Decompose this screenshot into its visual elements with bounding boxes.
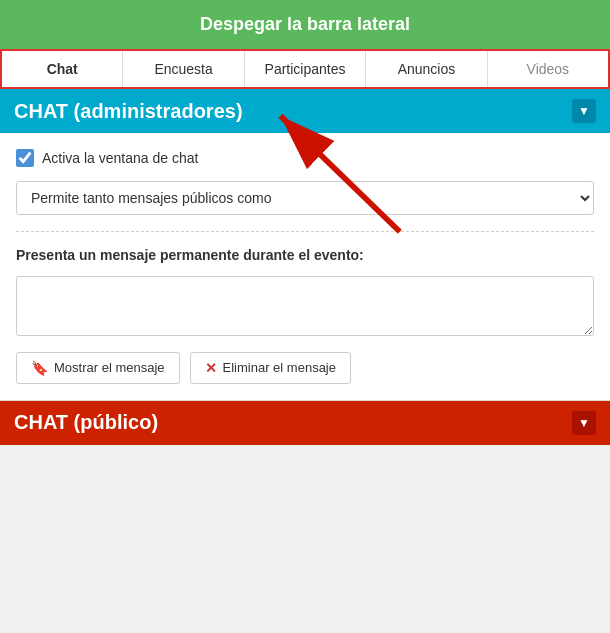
tab-encuesta[interactable]: Encuesta — [123, 51, 244, 87]
public-chat-dropdown[interactable]: ▼ — [572, 411, 596, 435]
activate-chat-row: Activa la ventana de chat — [16, 149, 594, 167]
tab-bar: Chat Encuesta Participantes Anuncios Vid… — [0, 49, 610, 89]
message-type-select[interactable]: Permite tanto mensajes públicos como Sol… — [16, 181, 594, 215]
detach-sidebar-bar: Despegar la barra lateral — [0, 0, 610, 49]
bookmark-icon: 🔖 — [31, 360, 48, 376]
chat-settings-panel: Activa la ventana de chat Permite tanto … — [0, 133, 610, 401]
x-icon: ✕ — [205, 360, 217, 376]
admin-chat-title: CHAT (administradores) — [14, 100, 243, 123]
message-type-row: Permite tanto mensajes públicos como Sol… — [16, 181, 594, 215]
admin-chat-dropdown[interactable]: ▼ — [572, 99, 596, 123]
activate-chat-label[interactable]: Activa la ventana de chat — [42, 150, 198, 166]
tab-chat[interactable]: Chat — [2, 51, 123, 87]
public-chat-header: CHAT (público) ▼ — [0, 401, 610, 445]
show-message-button[interactable]: 🔖 Mostrar el mensaje — [16, 352, 180, 384]
permanent-message-textarea[interactable] — [16, 276, 594, 336]
divider — [16, 231, 594, 232]
activate-chat-checkbox[interactable] — [16, 149, 34, 167]
tab-anuncios[interactable]: Anuncios — [366, 51, 487, 87]
tab-participantes[interactable]: Participantes — [245, 51, 366, 87]
delete-message-button[interactable]: ✕ Eliminar el mensaje — [190, 352, 351, 384]
admin-chat-header: CHAT (administradores) ▼ — [0, 89, 610, 133]
detach-sidebar-button[interactable]: Despegar la barra lateral — [20, 14, 590, 35]
tab-videos[interactable]: Videos — [488, 51, 608, 87]
public-chat-title: CHAT (público) — [14, 411, 158, 434]
message-action-buttons: 🔖 Mostrar el mensaje ✕ Eliminar el mensa… — [16, 352, 594, 384]
permanent-message-label: Presenta un mensaje permanente durante e… — [16, 246, 594, 266]
